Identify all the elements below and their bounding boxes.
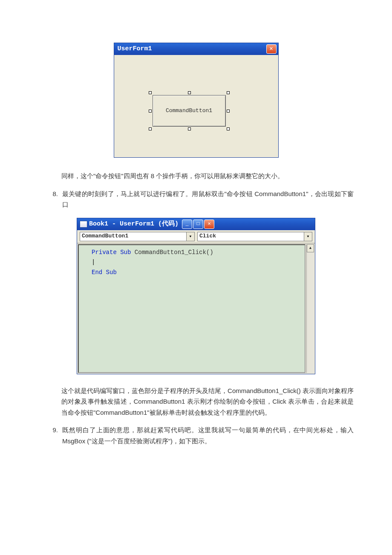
sub-declaration: CommandButton1_Click() [131,249,213,256]
command-button[interactable]: CommandButton1 [153,95,226,127]
object-dropdown[interactable]: CommandButton1 ▼ [80,232,195,241]
code-editor[interactable]: Private Sub CommandButton1_Click() | End… [78,244,306,373]
procedure-dropdown-value: Click [199,231,304,241]
resize-handle-ml[interactable] [149,110,152,113]
code-window-titlebar[interactable]: Book1 - UserForm1 (代码) _ □ ✕ [77,218,315,230]
paragraph-after-codewindow: 这个就是代码编写窗口，蓝色部分是子程序的开头及结尾，CommandButton1… [61,385,354,418]
code-window-title: Book1 - UserForm1 (代码) [89,219,179,230]
step-9: 9. 既然明白了上面的意思，那就赶紧写代码吧。这里我就写一句最简单的代码，在中间… [45,425,354,446]
userform-window: UserForm1 ✕ CommandButton1 [114,43,279,158]
code-window: Book1 - UserForm1 (代码) _ □ ✕ CommandButt… [77,218,315,374]
object-dropdown-value: CommandButton1 [82,231,186,241]
resize-handle-br[interactable] [227,127,230,130]
document-page: UserForm1 ✕ CommandButton1 同样，这个"命令按钮"四周… [0,0,392,555]
resize-handle-tl[interactable] [149,91,152,94]
resize-handle-tr[interactable] [227,91,230,94]
procedure-dropdown[interactable]: Click ▼ [197,232,312,241]
keyword-private-sub: Private Sub [92,249,131,256]
text-cursor: | [92,257,95,268]
chevron-down-icon[interactable]: ▼ [186,232,194,241]
commandbutton-selection[interactable]: CommandButton1 [150,92,228,129]
step-8-text: 最关键的时刻到了，马上就可以进行编程了。用鼠标双击"命令按钮 CommandBu… [62,188,354,210]
step-9-number: 9. [45,425,62,446]
paragraph-after-userform: 同样，这个"命令按钮"四周也有 8 个操作手柄，你可以用鼠标来调整它的大小。 [61,171,354,182]
chevron-down-icon[interactable]: ▼ [304,232,312,241]
resize-handle-mr[interactable] [227,110,230,113]
userform-design-surface[interactable]: CommandButton1 [114,55,278,157]
close-icon[interactable]: ✕ [266,44,277,54]
scroll-track[interactable] [307,252,314,373]
resize-handle-bc[interactable] [188,127,191,130]
minimize-icon[interactable]: _ [182,220,192,229]
resize-handle-tc[interactable] [188,91,191,94]
command-button-label: CommandButton1 [166,106,212,116]
step-9-text: 既然明白了上面的意思，那就赶紧写代码吧。这里我就写一句最简单的代码，在中间光标处… [62,425,354,446]
form-icon [80,221,87,228]
resize-handle-bl[interactable] [149,127,152,130]
scroll-up-icon[interactable]: ▲ [307,244,314,252]
code-dropdown-bar: CommandButton1 ▼ Click ▼ [77,230,315,243]
maximize-icon[interactable]: □ [193,220,203,229]
step-8: 8. 最关键的时刻到了，马上就可以进行编程了。用鼠标双击"命令按钮 Comman… [45,188,354,210]
userform-title: UserForm1 [118,43,152,55]
close-icon[interactable]: ✕ [204,220,214,229]
vertical-scrollbar[interactable]: ▲ [306,244,314,373]
userform-titlebar[interactable]: UserForm1 ✕ [114,43,278,55]
keyword-end-sub: End Sub [92,269,117,276]
step-8-number: 8. [45,188,62,210]
